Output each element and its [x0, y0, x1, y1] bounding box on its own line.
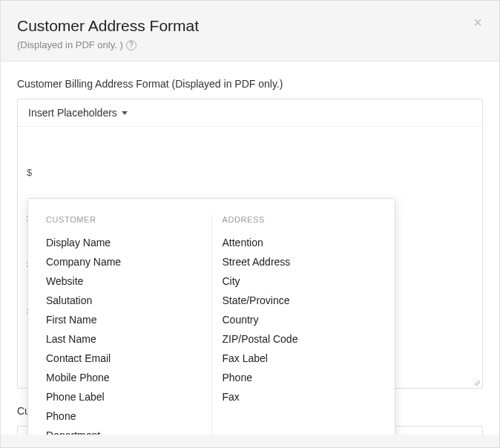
placeholder-item-state-province[interactable]: State/Province: [223, 291, 378, 310]
close-icon[interactable]: ×: [470, 14, 486, 30]
placeholder-item-salutation[interactable]: Salutation: [46, 291, 201, 310]
placeholder-item-city[interactable]: City: [223, 271, 378, 291]
placeholder-item-company-name[interactable]: Company Name: [46, 252, 201, 271]
placeholder-item-zip-postal[interactable]: ZIP/Postal Code: [223, 329, 378, 349]
placeholder-item-address-phone[interactable]: Phone: [223, 368, 378, 387]
textarea-line: $: [27, 165, 473, 181]
placeholder-item-website[interactable]: Website: [46, 271, 201, 291]
customer-column: CUSTOMER Display Name Company Name Websi…: [36, 215, 211, 435]
address-column: ADDRESS Attention Street Address City St…: [211, 215, 388, 435]
placeholder-item-street-address[interactable]: Street Address: [223, 252, 378, 271]
modal-subtitle: (Displayed in PDF only. ) ?: [17, 39, 483, 50]
placeholder-item-fax-label[interactable]: Fax Label: [223, 349, 378, 368]
modal: Customer Address Format (Displayed in PD…: [0, 0, 500, 448]
resize-handle-icon[interactable]: [472, 378, 481, 386]
modal-header: Customer Address Format (Displayed in PD…: [1, 1, 499, 61]
address-column-head: ADDRESS: [223, 215, 378, 224]
modal-subtitle-text: (Displayed in PDF only. ): [17, 39, 123, 50]
placeholder-item-attention[interactable]: Attention: [223, 233, 378, 252]
placeholder-item-contact-email[interactable]: Contact Email: [46, 349, 201, 368]
placeholder-item-phone-label[interactable]: Phone Label: [46, 387, 201, 406]
modal-title: Customer Address Format: [17, 17, 483, 35]
help-icon[interactable]: ?: [126, 40, 136, 50]
placeholder-item-country[interactable]: Country: [223, 310, 378, 329]
placeholder-item-first-name[interactable]: First Name: [46, 310, 201, 329]
placeholder-item-display-name[interactable]: Display Name: [46, 233, 201, 252]
dropdown-label: Insert Placeholders: [28, 107, 117, 119]
caret-down-icon: [122, 111, 128, 115]
billing-section-label: Customer Billing Address Format (Display…: [17, 78, 483, 90]
placeholder-item-phone[interactable]: Phone: [46, 406, 201, 426]
placeholder-item-department[interactable]: Department: [46, 426, 201, 435]
placeholder-item-mobile-phone[interactable]: Mobile Phone: [46, 368, 201, 387]
placeholders-dropdown-panel: CUSTOMER Display Name Company Name Websi…: [27, 198, 395, 435]
insert-placeholders-dropdown[interactable]: Insert Placeholders: [18, 99, 482, 127]
customer-column-head: CUSTOMER: [46, 215, 201, 224]
placeholder-item-fax[interactable]: Fax: [223, 387, 378, 406]
modal-body: Customer Billing Address Format (Display…: [1, 61, 499, 435]
placeholder-item-last-name[interactable]: Last Name: [46, 329, 201, 349]
